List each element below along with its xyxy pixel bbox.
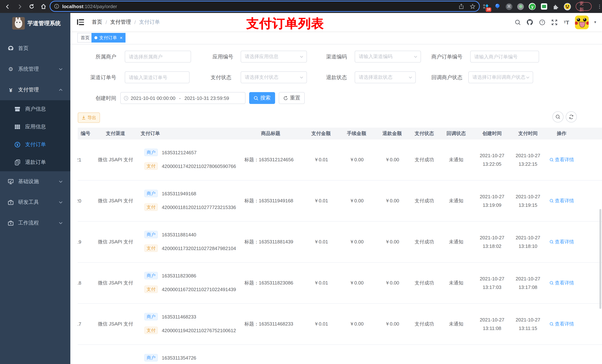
info-icon[interactable] (54, 4, 59, 9)
extension-y-icon[interactable]: y (529, 3, 536, 10)
col-pay-time: 支付时间 (509, 128, 547, 139)
address-bar[interactable]: localhost:1024/pay/order (50, 1, 479, 11)
reload-icon[interactable] (28, 3, 35, 10)
sidebar-item-label: 研发工具 (18, 199, 39, 206)
view-detail-link[interactable]: 查看详情 (541, 321, 582, 327)
app-select[interactable]: 请选择应用信息 (241, 51, 307, 62)
back-icon[interactable] (4, 3, 11, 10)
cell-id: 18 (78, 280, 81, 286)
bookmark-star-icon[interactable] (470, 3, 475, 9)
view-detail-link[interactable]: 查看详情 (541, 280, 582, 286)
home-icon[interactable] (40, 3, 47, 10)
date-start[interactable]: 2021-10-01 00:00:00 (131, 95, 175, 101)
collapse-sidebar-icon[interactable] (77, 19, 85, 26)
share-icon[interactable] (459, 3, 464, 9)
extension-pin-icon[interactable]: 10 (483, 3, 489, 10)
sidebar-item-pay-order[interactable]: 支付订单 (0, 136, 70, 154)
sidebar-item-label: 退款订单 (25, 159, 46, 166)
chevron-down-icon (414, 54, 418, 59)
breadcrumb-pay-manage[interactable]: 支付管理 (110, 19, 131, 26)
view-detail-link[interactable]: 查看详情 (541, 198, 582, 204)
sidebar-item-merchant-info[interactable]: 商户信息 (0, 100, 70, 118)
sidebar-item-system[interactable]: ⚙ 系统管理 (0, 59, 70, 80)
refresh-button[interactable] (566, 111, 577, 123)
cell-amount: ￥0.01 (302, 239, 340, 245)
avatar[interactable] (575, 15, 589, 29)
scrollbar-thumb[interactable] (599, 209, 601, 309)
svg-text:?: ? (541, 20, 543, 24)
sidebar-item-label: 首页 (18, 45, 29, 52)
search-button[interactable]: 搜索 (249, 92, 275, 104)
filter-form: 所属商户 应用编号 请选择应用信息 渠道编码 请输入渠道编码 商户订单编号 渠道… (70, 44, 602, 113)
cell-channel: 微信 JSAPI 支付 (90, 198, 141, 204)
cell-pay-order: 商户1635311354726 (144, 354, 196, 361)
export-button[interactable]: 导出 (78, 113, 100, 123)
cell-pay-status: 支付成功 (406, 198, 443, 204)
app-logo[interactable]: 芋道管理系统 (0, 13, 70, 34)
tab-home[interactable]: 首页 (77, 33, 93, 42)
cell-id: 19 (78, 239, 81, 245)
browser-update-button[interactable]: 更新 (576, 2, 592, 11)
hide-search-button[interactable] (552, 111, 563, 123)
cell-id: 17 (78, 321, 81, 327)
sidebar-item-payment[interactable]: ¥ 支付管理 (0, 80, 70, 100)
breadcrumb-home[interactable]: 首页 (92, 19, 102, 26)
cell-refund: ￥0.00 (374, 239, 411, 245)
view-detail-link[interactable]: 查看详情 (541, 239, 582, 245)
dashboard-icon (8, 45, 14, 52)
browser-menu-icon[interactable]: ⋮ (597, 4, 602, 9)
orders-table: 编号 支付渠道 支付订单 商品标题 支付金额 手续金额 退款金额 支付状态 回调… (78, 128, 602, 364)
merchant-tag: 商户 (144, 354, 158, 361)
sidebar-item-infra[interactable]: 基础设施 (0, 171, 70, 192)
extension-chat-icon[interactable] (541, 3, 548, 10)
close-icon[interactable]: ✕ (119, 36, 123, 40)
sidebar-submenu-payment: 商户信息 应用信息 支付订单 退款订单 (0, 100, 70, 171)
date-range-input[interactable]: 2021-10-01 00:00:00 - 2021-10-31 23:59:5… (120, 92, 246, 104)
cell-title: 标题：1635311881439 (244, 239, 293, 245)
date-end[interactable]: 2021-10-31 23:59:59 (184, 95, 229, 101)
table-row: 17 微信 JSAPI 支付 商户1635311468233 支付4200001… (78, 304, 602, 345)
tab-pay-order[interactable]: 支付订单 ✕ (91, 33, 126, 42)
documents-icon (14, 159, 20, 165)
help-icon[interactable]: ? (538, 19, 546, 26)
pay-tag: 支付 (144, 162, 158, 170)
fullscreen-icon[interactable] (550, 19, 558, 26)
breadcrumb-current: 支付订单 (139, 19, 160, 26)
sidebar-item-refund-order[interactable]: 退款订单 (0, 154, 70, 171)
avatar-caret-icon[interactable]: ▼ (593, 20, 597, 24)
screen: localhost:1024/pay/order 10 ⌘ y 更新 ⋮ (0, 0, 602, 364)
sidebar-item-home[interactable]: 首页 (0, 38, 70, 59)
github-icon[interactable] (526, 19, 534, 26)
col-amount: 支付金额 (302, 128, 340, 139)
extensions-puzzle-icon[interactable] (552, 3, 559, 10)
main-area: 首页 / 支付管理 / 支付订单 ? TT ▼ 支付订单列表 首页 支付订单 (70, 13, 602, 364)
extension-balloon-icon[interactable] (494, 3, 501, 10)
callback-status-select[interactable]: 请选择订单回调商户状态 (468, 71, 533, 83)
view-detail-link[interactable]: 查看详情 (541, 156, 582, 163)
sidebar-item-app-info[interactable]: 应用信息 (0, 118, 70, 136)
cell-pay-order: 商户1635311823086 支付4200001167202110271022… (144, 272, 236, 293)
cell-fee: ￥0.00 (338, 321, 375, 327)
search-icon (549, 281, 554, 285)
extension-cmd-icon[interactable]: ⌘ (505, 3, 512, 10)
col-refund: 退款金额 (374, 128, 411, 139)
url-text: localhost:1024/pay/order (62, 3, 117, 9)
sidebar-item-workflow[interactable]: 工作流程 (0, 213, 70, 233)
cell-create-time: 2021-10-2713:11:08 (473, 316, 511, 333)
pay-status-select[interactable]: 请选择支付状态 (241, 71, 307, 83)
extension-badge: 10 (486, 7, 492, 12)
reset-button[interactable]: 重置 (279, 92, 305, 104)
refund-status-select[interactable]: 请选择退款状态 (355, 71, 416, 83)
sidebar-item-devtools[interactable]: 研发工具 (0, 192, 70, 213)
owner-input[interactable] (125, 51, 191, 62)
extension-dot-icon[interactable] (517, 3, 524, 10)
search-icon[interactable] (514, 19, 521, 26)
merchant-order-input[interactable] (470, 51, 539, 62)
extension-emoji-icon[interactable] (564, 3, 571, 10)
shop-icon (14, 106, 20, 112)
forward-icon[interactable] (16, 3, 23, 10)
channel-code-select[interactable]: 请输入渠道编码 (355, 51, 421, 62)
font-size-icon[interactable]: TT (563, 19, 570, 26)
callback-status-label: 回调商户状态 (425, 71, 462, 83)
channel-order-input[interactable] (125, 71, 190, 83)
